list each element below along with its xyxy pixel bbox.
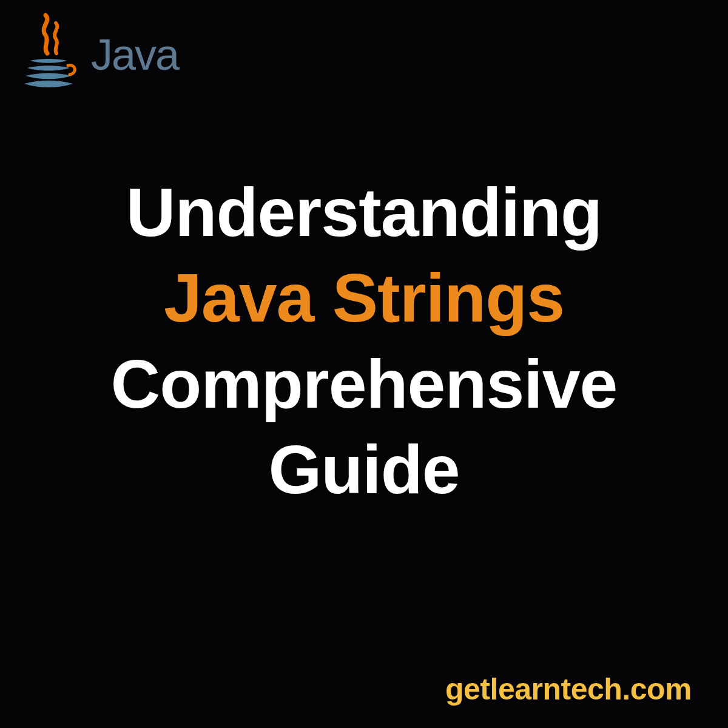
java-logo-text: Java [91, 30, 178, 79]
title-line-2: Java Strings [36, 255, 692, 341]
footer-website-url: getlearntech.com [445, 672, 692, 707]
java-logo-container: Java [18, 12, 178, 97]
title-line-3: Comprehensive [36, 342, 692, 427]
title-line-1: Understanding [36, 170, 692, 255]
page-title: Understanding Java Strings Comprehensive… [36, 170, 692, 513]
java-cup-icon [18, 12, 79, 97]
title-line-4: Guide [36, 427, 692, 513]
